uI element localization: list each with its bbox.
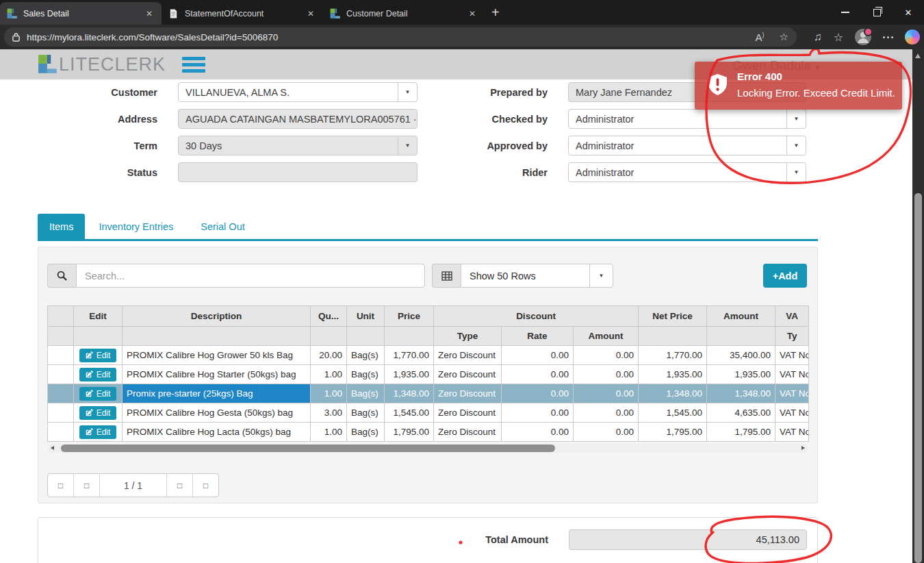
discount-type-cell[interactable]: Zero Discount: [434, 346, 502, 365]
edit-button[interactable]: Edit: [79, 406, 117, 420]
chevron-down-icon[interactable]: ▼: [786, 110, 806, 128]
copilot-icon[interactable]: [905, 29, 920, 45]
chevron-down-icon[interactable]: ▼: [398, 83, 417, 101]
table-row[interactable]: Edit PROMIX Calibre Hog Lacta (50kgs) ba…: [48, 423, 809, 442]
error-toast[interactable]: Error 400 Locking Error. Exceed Credit L…: [695, 62, 902, 110]
amount-cell[interactable]: 4,635.00: [707, 403, 775, 423]
price-cell[interactable]: 1,545.00: [385, 403, 434, 423]
approved-by-select[interactable]: Administrator ▼: [568, 136, 806, 155]
edit-button[interactable]: Edit: [79, 425, 117, 439]
tab-close-icon[interactable]: ✕: [144, 9, 155, 18]
checked-by-select[interactable]: Administrator ▼: [568, 109, 806, 129]
discount-type-cell[interactable]: Zero Discount: [434, 384, 502, 403]
amount-cell[interactable]: 1,795.00: [707, 423, 775, 442]
discount-type-cell[interactable]: Zero Discount: [434, 365, 502, 384]
rows-per-page-select[interactable]: Show 50 Rows ▼: [461, 264, 613, 288]
horizontal-scrollbar-thumb[interactable]: [61, 445, 555, 452]
collections-icon[interactable]: ☆: [834, 31, 843, 44]
table-row[interactable]: Edit PROMIX Calibre Hog Grower 50 kls Ba…: [48, 346, 809, 365]
first-page-button[interactable]: □: [48, 474, 74, 497]
table-row[interactable]: Edit PROMIX Calibre Hog Gesta (50kgs) ba…: [48, 403, 809, 423]
description-cell[interactable]: Promix pre-starter (25kgs) Bag: [123, 384, 311, 403]
discount-amount-cell[interactable]: 0.00: [574, 423, 639, 442]
browser-tab[interactable]: Customer Detail ✕: [323, 2, 485, 25]
discount-rate-cell[interactable]: 0.00: [502, 403, 574, 423]
browser-tab[interactable]: Sales Detail ✕: [0, 2, 162, 25]
row-select-cell[interactable]: [48, 365, 74, 384]
chevron-down-icon[interactable]: ▼: [786, 136, 806, 155]
minimize-button[interactable]: [830, 0, 861, 25]
table-row[interactable]: Edit PROMIX Calibre Hog Starter (50kgs) …: [48, 365, 809, 384]
qty-cell[interactable]: 1.00: [311, 365, 347, 384]
discount-type-cell[interactable]: Zero Discount: [434, 403, 502, 423]
tab-inventory-entries[interactable]: Inventory Entries: [85, 214, 187, 239]
vat-cell[interactable]: VAT No: [775, 365, 809, 384]
last-page-button[interactable]: □: [193, 474, 218, 497]
url-text[interactable]: https://mylora.liteclerk.com/Software/Sa…: [27, 32, 741, 42]
unit-cell[interactable]: Bag(s): [347, 403, 385, 423]
chevron-down-icon[interactable]: ▼: [589, 264, 613, 287]
vertical-scrollbar-thumb[interactable]: [914, 193, 922, 563]
vat-cell[interactable]: VAT No: [775, 403, 809, 423]
description-cell[interactable]: PROMIX Calibre Hog Starter (50kgs) bag: [123, 365, 311, 384]
table-row[interactable]: Edit Promix pre-starter (25kgs) Bag 1.00…: [48, 384, 809, 403]
new-tab-button[interactable]: +: [491, 5, 500, 21]
vat-cell[interactable]: VAT No: [775, 346, 809, 365]
net-price-cell[interactable]: 1,770.00: [639, 346, 707, 365]
row-select-cell[interactable]: [48, 384, 74, 403]
vat-cell[interactable]: VAT No: [775, 423, 809, 442]
add-button[interactable]: +Add: [763, 264, 807, 288]
restore-button[interactable]: [861, 0, 893, 25]
row-select-cell[interactable]: [48, 403, 74, 423]
qty-cell[interactable]: 20.00: [311, 346, 347, 365]
read-aloud-icon[interactable]: A): [756, 32, 765, 43]
tab-items[interactable]: Items: [38, 214, 85, 239]
price-cell[interactable]: 1,795.00: [385, 423, 434, 442]
close-button[interactable]: ✕: [893, 0, 924, 25]
net-price-cell[interactable]: 1,935.00: [639, 365, 707, 384]
net-price-cell[interactable]: 1,795.00: [639, 423, 707, 442]
scroll-right-arrow-icon[interactable]: [801, 446, 805, 450]
amount-cell[interactable]: 35,400.00: [707, 346, 775, 365]
horizontal-scrollbar[interactable]: [47, 444, 808, 453]
browser-essentials-icon[interactable]: ♫: [814, 31, 822, 43]
edit-button[interactable]: Edit: [79, 368, 117, 381]
unit-cell[interactable]: Bag(s): [347, 423, 385, 442]
qty-cell[interactable]: 1.00: [311, 423, 347, 442]
price-cell[interactable]: 1,348.00: [385, 384, 434, 403]
price-cell[interactable]: 1,935.00: [385, 365, 434, 384]
discount-rate-cell[interactable]: 0.00: [502, 346, 574, 365]
favorite-star-icon[interactable]: ☆: [780, 31, 788, 43]
description-cell[interactable]: PROMIX Calibre Hog Gesta (50kgs) bag: [123, 403, 311, 423]
customer-select[interactable]: VILLANUEVA, ALMA S. ▼: [178, 82, 418, 102]
discount-amount-cell[interactable]: 0.00: [574, 346, 639, 365]
chevron-down-icon[interactable]: ▼: [786, 163, 806, 182]
discount-rate-cell[interactable]: 0.00: [502, 365, 574, 384]
prev-page-button[interactable]: □: [74, 474, 100, 497]
amount-cell[interactable]: 1,348.00: [707, 384, 775, 403]
row-select-cell[interactable]: [48, 423, 74, 442]
scroll-up-arrow-icon[interactable]: [915, 53, 921, 58]
hamburger-menu-icon[interactable]: [182, 57, 205, 73]
vat-cell[interactable]: VAT No: [775, 384, 809, 403]
amount-cell[interactable]: 1,935.00: [707, 365, 775, 384]
edit-button[interactable]: Edit: [79, 349, 117, 362]
discount-type-cell[interactable]: Zero Discount: [434, 423, 502, 442]
unit-cell[interactable]: Bag(s): [347, 384, 385, 403]
discount-amount-cell[interactable]: 0.00: [574, 384, 639, 403]
discount-amount-cell[interactable]: 0.00: [574, 365, 639, 384]
next-page-button[interactable]: □: [167, 474, 193, 497]
search-input[interactable]: [76, 264, 425, 288]
chevron-down-icon[interactable]: ▼: [398, 136, 417, 155]
term-select[interactable]: 30 Days ▼: [178, 136, 418, 155]
description-cell[interactable]: PROMIX Calibre Hog Grower 50 kls Bag: [123, 346, 311, 365]
settings-more-icon[interactable]: [883, 36, 893, 38]
net-price-cell[interactable]: 1,545.00: [639, 403, 707, 423]
address-bar[interactable]: https://mylora.liteclerk.com/Software/Sa…: [4, 27, 797, 47]
vertical-scrollbar[interactable]: [912, 49, 924, 563]
discount-amount-cell[interactable]: 0.00: [574, 403, 639, 423]
profile-avatar[interactable]: [855, 29, 871, 45]
price-cell[interactable]: 1,770.00: [385, 346, 434, 365]
rider-select[interactable]: Administrator ▼: [568, 162, 806, 182]
tab-close-icon[interactable]: ✕: [305, 9, 316, 18]
